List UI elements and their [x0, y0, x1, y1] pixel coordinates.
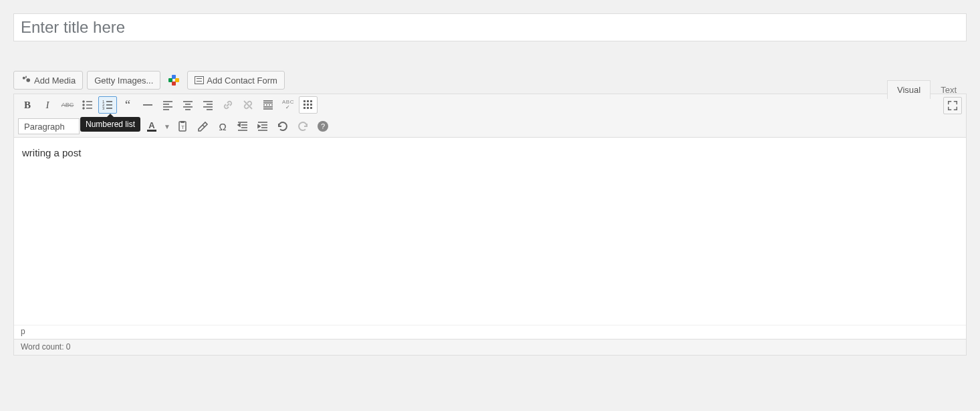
redo-button[interactable]: [293, 118, 312, 135]
word-count-value: 0: [66, 342, 71, 352]
text-color-dropdown[interactable]: ▼: [162, 118, 172, 135]
svg-rect-42: [180, 121, 185, 123]
toolbar-row-2: Paragraph A ▼ T Ω ?: [14, 116, 966, 137]
italic-button[interactable]: I: [38, 96, 57, 114]
bold-button[interactable]: B: [18, 96, 37, 114]
text-color-button[interactable]: A: [142, 118, 161, 135]
editor-container: B I ABC 123 Numbered list “ ABC✓: [13, 94, 967, 356]
svg-rect-36: [307, 104, 309, 106]
indent-button[interactable]: [253, 118, 272, 135]
svg-rect-39: [307, 107, 309, 109]
svg-text:3: 3: [102, 106, 105, 110]
svg-rect-40: [310, 107, 312, 109]
special-char-button[interactable]: Ω: [213, 118, 232, 135]
format-select[interactable]: Paragraph: [18, 118, 80, 134]
svg-rect-38: [303, 107, 305, 109]
read-more-button[interactable]: [259, 96, 277, 114]
svg-point-6: [83, 108, 84, 109]
picasa-icon[interactable]: [168, 75, 179, 86]
svg-point-0: [23, 77, 25, 80]
element-path: p: [14, 325, 966, 339]
form-icon: [195, 76, 204, 84]
undo-button[interactable]: [273, 118, 292, 135]
align-center-button[interactable]: [178, 96, 197, 114]
add-media-label: Add Media: [34, 76, 76, 86]
add-contact-form-button[interactable]: Add Contact Form: [187, 71, 285, 90]
media-icon: [21, 75, 31, 86]
outdent-button[interactable]: [233, 118, 252, 135]
svg-rect-37: [310, 104, 312, 106]
format-select-label: Paragraph: [24, 122, 65, 132]
editor-content-text: writing a post: [22, 147, 81, 158]
svg-rect-34: [310, 100, 312, 102]
add-media-button[interactable]: Add Media: [13, 71, 83, 90]
bullet-list-button[interactable]: [78, 96, 97, 114]
getty-images-button[interactable]: Getty Images...: [87, 71, 160, 90]
link-button[interactable]: [219, 96, 237, 114]
spellcheck-button[interactable]: ABC✓: [279, 96, 297, 114]
word-count-bar: Word count: 0: [14, 339, 966, 355]
svg-text:?: ?: [321, 122, 325, 130]
media-button-row: Add Media Getty Images... Add Contact Fo…: [13, 71, 967, 90]
clear-formatting-button[interactable]: [193, 118, 212, 135]
horizontal-rule-button[interactable]: [138, 96, 157, 114]
getty-images-label: Getty Images...: [94, 76, 153, 86]
svg-rect-32: [303, 100, 305, 102]
numbered-list-tooltip: Numbered list: [80, 117, 140, 132]
numbered-list-button[interactable]: 123 Numbered list: [98, 96, 117, 114]
paste-text-button[interactable]: T: [173, 118, 192, 135]
editor-content-area[interactable]: writing a post: [14, 138, 966, 325]
align-left-button[interactable]: [158, 96, 177, 114]
svg-point-4: [83, 104, 84, 106]
svg-rect-35: [303, 104, 305, 106]
svg-point-2: [83, 101, 84, 102]
toolbar-row-1: B I ABC 123 Numbered list “ ABC✓: [14, 94, 966, 116]
help-button[interactable]: ?: [314, 118, 332, 135]
unlink-button[interactable]: [239, 96, 257, 114]
distraction-free-button[interactable]: [943, 97, 962, 114]
svg-rect-33: [307, 100, 309, 102]
toolbar-toggle-button[interactable]: [299, 96, 318, 114]
svg-point-1: [26, 78, 30, 82]
align-right-button[interactable]: [199, 96, 217, 114]
svg-text:T: T: [181, 124, 185, 130]
word-count-label: Word count:: [21, 342, 64, 352]
post-title-input[interactable]: [13, 13, 967, 41]
strikethrough-button[interactable]: ABC: [58, 96, 77, 114]
blockquote-button[interactable]: “: [118, 96, 137, 114]
contact-form-label: Add Contact Form: [207, 76, 277, 86]
